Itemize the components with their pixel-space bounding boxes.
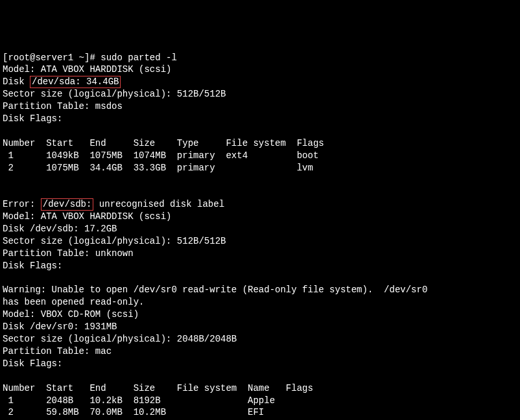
shell-prompt: [root@server1 ~]#	[3, 52, 100, 63]
sdb-disk: Disk /dev/sdb: 17.2GB	[3, 224, 117, 234]
table-row: 2 59.8MB 70.0MB 10.2MB EFI	[3, 407, 264, 417]
sdb-flags: Disk Flags:	[3, 261, 62, 271]
sr0-warning-line1: Warning: Unable to open /dev/sr0 read-wr…	[3, 285, 427, 295]
table-row: 2 1075MB 34.4GB 33.3GB primary lvm	[3, 163, 313, 173]
sdb-error-pre: Error:	[3, 199, 41, 209]
command-typed: sudo parted -l	[100, 52, 177, 63]
sr0-sector: Sector size (logical/physical): 2048B/20…	[3, 334, 237, 344]
sdb-sector: Sector size (logical/physical): 512B/512…	[3, 236, 226, 246]
sr0-table-header: Number Start End Size File system Name F…	[3, 383, 313, 393]
sr0-model: Model: VBOX CD-ROM (scsi)	[3, 309, 139, 320]
sdb-ptable: Partition Table: unknown	[3, 248, 134, 259]
sdb-error-highlight: /dev/sdb:	[41, 198, 94, 211]
sda-disk-highlight: /dev/sda: 34.4GB	[30, 76, 121, 88]
terminal-output: [root@server1 ~]# sudo parted -l Model: …	[3, 52, 517, 420]
sda-flags: Disk Flags:	[3, 113, 62, 124]
sda-table-header: Number Start End Size Type File system F…	[3, 138, 324, 148]
sr0-warning-line2: has been opened read-only.	[3, 297, 144, 307]
table-row: 1 1049kB 1075MB 1074MB primary ext4 boot	[3, 150, 318, 161]
sda-sector: Sector size (logical/physical): 512B/512…	[3, 89, 226, 99]
sr0-disk: Disk /dev/sr0: 1931MB	[3, 321, 117, 332]
sr0-ptable: Partition Table: mac	[3, 346, 112, 356]
sda-model: Model: ATA VBOX HARDDISK (scsi)	[3, 64, 171, 75]
sda-disk-label: Disk	[3, 76, 30, 87]
sdb-model: Model: ATA VBOX HARDDISK (scsi)	[3, 211, 171, 222]
table-row: 1 2048B 10.2kB 8192B Apple	[3, 395, 275, 406]
sdb-error-post: unrecognised disk label	[93, 199, 224, 209]
sda-ptable: Partition Table: msdos	[3, 101, 123, 111]
sr0-flags: Disk Flags:	[3, 358, 62, 369]
